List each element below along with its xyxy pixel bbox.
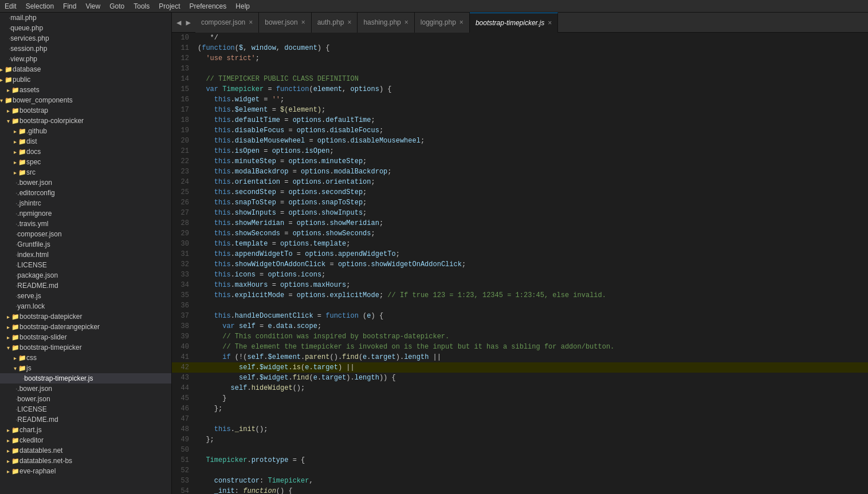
sidebar-item-label: chart.js — [19, 426, 42, 434]
line-number: 29 — [172, 228, 195, 239]
sidebar-item[interactable]: ▸ 📁 eve-raphael — [0, 466, 171, 476]
line-content: 'use strict'; — [195, 53, 260, 64]
code-line: 32 this.showWidgetOnAddonClick = options… — [172, 259, 868, 270]
line-number: 34 — [172, 280, 195, 290]
sidebar-item[interactable]: · .editorconfig — [0, 188, 171, 198]
code-line: 35 this.explicitMode = options.explicitM… — [172, 290, 868, 301]
code-line: 50 — [172, 445, 868, 455]
sidebar-item[interactable]: ▾ 📁 bower_components — [0, 95, 171, 105]
sidebar-item[interactable]: ▸ 📁 datatables.net-bs — [0, 456, 171, 466]
editor-tab[interactable]: hashing.php× — [358, 13, 414, 33]
sidebar[interactable]: · mail.php · queue.php · services.php · … — [0, 13, 172, 494]
tab-close-button[interactable]: × — [301, 18, 305, 26]
sidebar-item[interactable]: · session.php — [0, 44, 171, 54]
editor-tab[interactable]: auth.php× — [312, 13, 358, 33]
tab-close-button[interactable]: × — [459, 18, 464, 26]
line-content: */ — [195, 33, 218, 43]
sidebar-item[interactable]: · mail.php — [0, 13, 171, 23]
sidebar-item[interactable]: · view.php — [0, 54, 171, 64]
sidebar-item[interactable]: ▸ 📁 docs — [0, 147, 171, 157]
menu-goto[interactable]: Goto — [105, 1, 129, 11]
tab-close-button[interactable]: × — [548, 19, 552, 27]
sidebar-item[interactable]: · .npmignore — [0, 208, 171, 219]
sidebar-item[interactable]: · bootstrap-timepicker.js — [0, 373, 171, 384]
editor-tab[interactable]: bower.json× — [259, 13, 311, 33]
line-number: 52 — [172, 465, 195, 476]
line-content: self.hideWidget(); — [195, 383, 305, 393]
line-content: this._init(); — [195, 424, 268, 434]
sidebar-item[interactable]: ▸ 📁 dist — [0, 136, 171, 147]
line-number: 18 — [172, 115, 195, 125]
code-line: 47 — [172, 414, 868, 424]
sidebar-item[interactable]: · package.json — [0, 270, 171, 280]
sidebar-item[interactable]: · services.php — [0, 33, 171, 44]
sidebar-item[interactable]: · index.html — [0, 250, 171, 260]
line-content: Timepicker.prototype = { — [195, 455, 305, 465]
tab-close-button[interactable]: × — [347, 18, 351, 26]
line-number: 43 — [172, 373, 195, 383]
line-number: 13 — [172, 64, 195, 74]
sidebar-item[interactable]: ▸ 📁 chart.js — [0, 425, 171, 435]
sidebar-item[interactable]: ▸ 📁 spec — [0, 157, 171, 167]
line-content: this.showInputs = options.showInputs; — [195, 208, 367, 218]
sidebar-item[interactable]: ▸ 📁 src — [0, 167, 171, 177]
sidebar-item[interactable]: ▸ 📁 bootstrap — [0, 105, 171, 116]
sidebar-item[interactable]: · .jshintrc — [0, 198, 171, 208]
line-number: 47 — [172, 414, 195, 424]
menu-tools[interactable]: Tools — [129, 1, 154, 11]
nav-forward[interactable]: ▶ — [183, 17, 193, 29]
line-number: 50 — [172, 445, 195, 455]
sidebar-item[interactable]: · .bower.json — [0, 177, 171, 188]
main-area: · mail.php · queue.php · services.php · … — [0, 13, 868, 494]
line-content: constructor: Timepicker, — [195, 476, 313, 486]
sidebar-item[interactable]: · Gruntfile.js — [0, 239, 171, 250]
sidebar-item[interactable]: ▸ 📁 database — [0, 64, 171, 74]
line-content: this.$element = $(element); — [195, 105, 325, 115]
sidebar-item[interactable]: · bower.json — [0, 394, 171, 404]
menu-edit[interactable]: Edit — [0, 1, 21, 11]
sidebar-item[interactable]: ▸ 📁 css — [0, 353, 171, 363]
sidebar-item[interactable]: · serve.js — [0, 291, 171, 301]
menu-preferences[interactable]: Preferences — [185, 1, 231, 11]
sidebar-item-label: .jshintrc — [17, 199, 41, 207]
sidebar-item[interactable]: ▾ 📁 js — [0, 363, 171, 373]
menu-project[interactable]: Project — [154, 1, 184, 11]
sidebar-item-label: public — [13, 76, 30, 84]
code-line: 46 }; — [172, 404, 868, 414]
menu-find[interactable]: Find — [58, 1, 81, 11]
tab-close-button[interactable]: × — [249, 18, 253, 26]
sidebar-item[interactable]: · README.md — [0, 280, 171, 291]
sidebar-item[interactable]: · LICENSE — [0, 404, 171, 414]
menu-selection[interactable]: Selection — [21, 1, 58, 11]
sidebar-item[interactable]: ▾ 📁 bootstrap-colorpicker — [0, 116, 171, 126]
sidebar-item[interactable]: · composer.json — [0, 229, 171, 239]
editor-tab[interactable]: composer.json× — [195, 13, 259, 33]
sidebar-item[interactable]: ▸ 📁 public — [0, 74, 171, 85]
sidebar-item[interactable]: · .travis.yml — [0, 219, 171, 229]
tab-close-button[interactable]: × — [404, 18, 409, 26]
sidebar-item[interactable]: ▸ 📁 bootstrap-daterangepicker — [0, 322, 171, 332]
editor-tab[interactable]: logging.php× — [415, 13, 470, 33]
sidebar-item[interactable]: ▸ 📁 assets — [0, 85, 171, 95]
nav-arrows: ◀ ▶ — [172, 17, 195, 29]
menu-help[interactable]: Help — [231, 1, 254, 11]
code-editor[interactable]: 10 */11(function($, window, document) {1… — [172, 33, 868, 494]
line-number: 24 — [172, 177, 195, 187]
sidebar-item[interactable]: · LICENSE — [0, 260, 171, 270]
sidebar-item[interactable]: · queue.php — [0, 23, 171, 33]
sidebar-item[interactable]: ▸ 📁 ckeditor — [0, 435, 171, 445]
sidebar-item[interactable]: · README.md — [0, 414, 171, 425]
line-number: 45 — [172, 393, 195, 404]
editor-tab[interactable]: bootstrap-timepicker.js× — [470, 13, 558, 33]
sidebar-item[interactable]: ▾ 📁 bootstrap-timepicker — [0, 342, 171, 353]
line-content: this.disableFocus = options.disableFocus… — [195, 125, 383, 136]
sidebar-item[interactable]: ▸ 📁 bootstrap-datepicker — [0, 311, 171, 322]
sidebar-item[interactable]: · .bower.json — [0, 384, 171, 394]
sidebar-item[interactable]: ▸ 📁 datatables.net — [0, 445, 171, 456]
nav-back[interactable]: ◀ — [174, 17, 183, 29]
sidebar-item[interactable]: ▸ 📁 .github — [0, 126, 171, 136]
code-line: 10 */ — [172, 33, 868, 43]
sidebar-item[interactable]: ▸ 📁 bootstrap-slider — [0, 332, 171, 342]
menu-view[interactable]: View — [81, 1, 105, 11]
sidebar-item[interactable]: · yarn.lock — [0, 301, 171, 311]
